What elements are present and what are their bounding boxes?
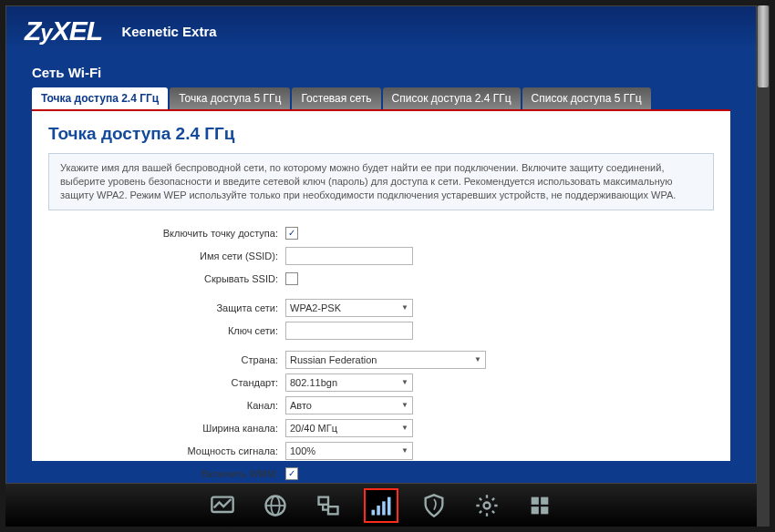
scrollbar-thumb[interactable] xyxy=(758,5,769,87)
gear-icon[interactable] xyxy=(470,488,504,523)
label-country: Страна: xyxy=(48,354,285,365)
select-security[interactable]: WPA2-PSK▼ xyxy=(285,299,413,317)
page-heading: Точка доступа 2.4 ГГц xyxy=(48,124,714,144)
shield-icon[interactable] xyxy=(417,488,451,523)
bottom-nav xyxy=(5,483,757,527)
brand-logo: ZyXEL xyxy=(25,15,102,46)
monitor-icon[interactable] xyxy=(205,488,240,523)
checkbox-enable-ap[interactable]: ✓ xyxy=(285,227,298,240)
svg-rect-6 xyxy=(372,509,376,515)
svg-rect-8 xyxy=(382,501,386,515)
svg-rect-11 xyxy=(532,496,539,504)
tab-acl-24[interactable]: Список доступа 2.4 ГГц xyxy=(383,87,521,109)
info-box: Укажите имя для вашей беспроводной сети,… xyxy=(48,153,714,210)
select-channel-value: Авто xyxy=(290,400,312,411)
svg-rect-9 xyxy=(388,496,391,515)
label-width: Ширина канала: xyxy=(48,423,285,434)
globe-icon[interactable] xyxy=(258,488,293,523)
settings-form: Включить точку доступа: ✓ Имя сети (SSID… xyxy=(48,223,714,511)
select-channel[interactable]: Авто▼ xyxy=(285,396,413,414)
checkbox-hide-ssid[interactable] xyxy=(285,272,298,285)
wifi-bars-icon[interactable] xyxy=(364,488,398,523)
label-key: Ключ сети: xyxy=(48,325,285,336)
tab-acl-5[interactable]: Список доступа 5 ГГц xyxy=(522,87,651,109)
svg-rect-4 xyxy=(319,496,329,504)
chevron-down-icon: ▼ xyxy=(401,378,408,386)
input-key[interactable] xyxy=(285,322,413,340)
chevron-down-icon: ▼ xyxy=(401,401,408,409)
label-hide-ssid: Скрывать SSID: xyxy=(48,273,285,284)
label-enable-ap: Включить точку доступа: xyxy=(48,228,285,239)
svg-rect-14 xyxy=(541,506,548,514)
chevron-down-icon: ▼ xyxy=(401,446,408,455)
model-name: Keenetic Extra xyxy=(121,24,216,39)
chevron-down-icon: ▼ xyxy=(401,424,408,432)
scrollbar[interactable] xyxy=(757,5,770,527)
select-standard-value: 802.11bgn xyxy=(290,377,337,388)
select-country-value: Russian Federation xyxy=(290,354,377,365)
chevron-down-icon: ▼ xyxy=(401,303,408,312)
header: ZyXEL Keenetic Extra xyxy=(6,6,756,50)
content-panel: Точка доступа 2.4 ГГц Укажите имя для ва… xyxy=(32,109,730,461)
label-power: Мощность сигнала: xyxy=(48,445,285,456)
svg-point-10 xyxy=(484,502,491,508)
select-power[interactable]: 100%▼ xyxy=(285,442,413,460)
svg-rect-7 xyxy=(377,506,380,516)
label-wmm: Включить WMM: xyxy=(48,468,285,479)
svg-rect-12 xyxy=(541,496,548,504)
section-title: Сеть Wi-Fi xyxy=(6,50,756,87)
select-country[interactable]: Russian Federation▼ xyxy=(285,351,486,369)
tab-guest[interactable]: Гостевая сеть xyxy=(292,87,380,109)
label-ssid: Имя сети (SSID): xyxy=(48,251,285,261)
select-standard[interactable]: 802.11bgn▼ xyxy=(285,373,413,392)
label-security: Защита сети: xyxy=(48,302,285,313)
apps-icon[interactable] xyxy=(522,488,557,523)
tab-ap-5[interactable]: Точка доступа 5 ГГц xyxy=(170,87,290,109)
network-icon[interactable] xyxy=(311,488,346,523)
label-standard: Стандарт: xyxy=(48,377,285,388)
svg-rect-13 xyxy=(532,506,539,514)
select-width-value: 20/40 МГц xyxy=(290,423,337,434)
svg-rect-5 xyxy=(328,506,338,514)
select-width[interactable]: 20/40 МГц▼ xyxy=(285,419,413,437)
label-channel: Канал: xyxy=(48,400,285,411)
tabs: Точка доступа 2.4 ГГц Точка доступа 5 ГГ… xyxy=(6,87,756,109)
chevron-down-icon: ▼ xyxy=(474,355,481,363)
input-ssid[interactable] xyxy=(285,247,413,265)
tab-ap-24[interactable]: Точка доступа 2.4 ГГц xyxy=(32,87,168,109)
checkbox-wmm[interactable]: ✓ xyxy=(285,467,298,480)
select-power-value: 100% xyxy=(290,445,315,456)
app-window: ZyXEL Keenetic Extra Сеть Wi-Fi Точка до… xyxy=(5,5,757,527)
select-security-value: WPA2-PSK xyxy=(290,302,341,313)
